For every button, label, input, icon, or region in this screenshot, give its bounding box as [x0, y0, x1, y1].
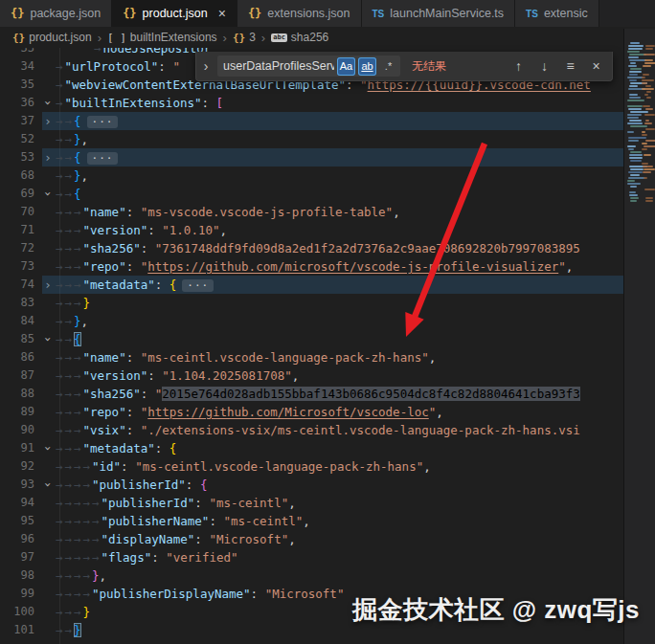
code-line-97[interactable]: 97→→→→→"flags": "verified" — [0, 548, 623, 566]
token: : — [141, 241, 155, 255]
fold-collapsed-icon[interactable]: › — [42, 148, 54, 167]
code-line-96[interactable]: 96→→→→→"displayName": "Microsoft", — [0, 530, 623, 548]
fold-collapsed-icon[interactable]: › — [42, 112, 54, 130]
tab-whitespace: → — [74, 366, 83, 385]
regex-button[interactable]: .* — [379, 57, 397, 76]
code-line-74[interactable]: 74›→→→"metadata": {··· — [0, 276, 623, 294]
minimap-line — [629, 79, 637, 81]
fold-expanded-icon[interactable]: › — [39, 479, 57, 491]
fold-collapsed-icon[interactable]: › — [42, 276, 54, 294]
minimap-line — [629, 71, 642, 73]
tab-extensions.json[interactable]: {}extensions.json — [237, 0, 362, 27]
line-number: 34 — [0, 57, 34, 76]
code-line-68[interactable]: 68→→}, — [0, 167, 623, 185]
line-number: 88 — [0, 385, 34, 403]
token: : — [141, 387, 155, 401]
code-line-72[interactable]: 72→→→"sha256": "7361748ddf9fd09d8a2ed1f2… — [0, 239, 623, 257]
fold-expanded-icon[interactable]: › — [39, 189, 57, 200]
code-line-83[interactable]: 83→→→} — [0, 294, 623, 312]
code-line-53[interactable]: 53›→→{··· — [0, 148, 623, 167]
tab-whitespace: → — [56, 294, 65, 312]
tab-whitespace: → — [65, 621, 75, 639]
code-line-52[interactable]: 52→→}, — [0, 130, 623, 148]
code-line-37[interactable]: 37›→→{··· — [0, 112, 623, 130]
find-input[interactable]: userDataProfilesServ Aa ab .* — [217, 56, 400, 77]
code-line-93[interactable]: 93›→→→→"publisherId": { — [0, 476, 623, 494]
find-query-text[interactable]: userDataProfilesServ — [223, 59, 334, 73]
code-text: →→→} — [56, 294, 90, 312]
line-number: 100 — [0, 603, 34, 621]
code-line-92[interactable]: 92→→→→"id": "ms-ceintl.vscode-language-p… — [0, 457, 623, 476]
minimap-line — [642, 82, 647, 84]
code-line-69[interactable]: 69›→→{ — [0, 185, 623, 203]
token: , — [100, 568, 107, 583]
code-line-84[interactable]: 84→→}, — [0, 312, 623, 330]
line-number: 92 — [0, 457, 34, 476]
next-match-button[interactable]: ↓ — [534, 56, 554, 77]
minimap-line — [644, 94, 648, 96]
minimap-line — [645, 48, 653, 50]
editor[interactable]: 33→nodeJsRepositor34→"urlProtocol": "35→… — [0, 48, 623, 644]
tab-whitespace: → — [74, 403, 83, 421]
code-line-90[interactable]: 90→→→"vsix": "./extensions-vsix/ms-ceint… — [0, 421, 623, 439]
token: : — [209, 514, 223, 528]
code-line-89[interactable]: 89→→→"repo": "https://github.com/Microso… — [0, 403, 623, 421]
line-number: 93 — [0, 476, 34, 494]
token: { — [169, 278, 177, 292]
tab-whitespace: → — [56, 621, 65, 639]
token: "id" — [92, 459, 121, 474]
tab-whitespace: → — [83, 457, 93, 476]
whole-word-button[interactable]: ab — [358, 57, 376, 76]
token: : — [155, 278, 169, 292]
token: "metadata" — [83, 278, 155, 292]
minimap-line — [630, 68, 642, 70]
code-line-95[interactable]: 95→→→→→"publisherName": "ms-ceintl", — [0, 512, 623, 530]
fold-expanded-icon[interactable]: › — [39, 98, 57, 109]
toggle-replace-icon[interactable]: › — [200, 58, 212, 74]
tab-whitespace: → — [56, 185, 65, 203]
tab-launchMainService.ts[interactable]: TSlaunchMainService.ts — [362, 0, 516, 27]
code-line-98[interactable]: 98→→→→}, — [0, 566, 623, 585]
code-line-73[interactable]: 73→→→"repo": "https://github.com/microso… — [0, 257, 623, 276]
code-text: →→→→"id": "ms-ceintl.vscode-language-pac… — [56, 457, 431, 476]
code-line-70[interactable]: 70→→→"name": "ms-vscode.vscode-js-profil… — [0, 203, 623, 221]
tab-whitespace: → — [74, 476, 83, 494]
breadcrumb-item-3[interactable]: {}3 — [233, 31, 256, 44]
code-line-36[interactable]: 36›→"builtInExtensions": [ — [0, 94, 623, 112]
find-in-selection-button[interactable]: ≡ — [560, 56, 580, 77]
tab-whitespace: → — [83, 548, 93, 566]
code-line-86[interactable]: 86→→→"name": "ms-ceintl.vscode-language-… — [0, 348, 623, 366]
minimap-line — [642, 77, 645, 78]
code-line-71[interactable]: 71→→→"version": "1.0.10", — [0, 221, 623, 239]
tab-extensic[interactable]: TSextensic — [515, 0, 599, 27]
code-line-94[interactable]: 94→→→→→"publisherId": "ms-ceintl", — [0, 494, 623, 512]
code-line-87[interactable]: 87→→→"version": "1.104.2025081708", — [0, 366, 623, 385]
match-case-button[interactable]: Aa — [337, 57, 355, 76]
breadcrumb-label: sha256 — [291, 31, 328, 44]
previous-match-button[interactable]: ↑ — [508, 56, 529, 77]
token: } — [74, 168, 81, 183]
token: { — [74, 332, 81, 346]
close-find-widget-button[interactable]: × — [586, 56, 606, 77]
json-file-icon: {} — [248, 7, 261, 20]
code-line-88[interactable]: 88→→→"sha256": "2015e764d028adb155bbaf14… — [0, 385, 623, 403]
line-number: 89 — [0, 403, 34, 421]
tab-package.json[interactable]: {}package.json — [0, 0, 112, 27]
tab-product.json[interactable]: {}product.json× — [112, 0, 237, 27]
fold-expanded-icon[interactable]: › — [39, 334, 57, 345]
code-line-85[interactable]: 85›→→{ — [0, 330, 623, 348]
breadcrumb-item-sha256[interactable]: abcsha256 — [271, 31, 328, 44]
breadcrumb-item-builtInExtensions[interactable]: [ ]builtInExtensions — [107, 31, 217, 44]
token: , — [393, 205, 400, 219]
minimap[interactable] — [623, 29, 655, 644]
minimap-line — [627, 180, 635, 182]
code-line-91[interactable]: 91›→→→"metadata": { — [0, 439, 623, 457]
token: } — [83, 605, 91, 619]
token: "verified" — [166, 550, 237, 565]
minimap-line — [630, 200, 637, 202]
breadcrumb-item-product.json[interactable]: {}product.json — [12, 31, 92, 44]
fold-expanded-icon[interactable]: › — [39, 443, 57, 455]
minimap-line — [645, 140, 655, 142]
close-tab-icon[interactable]: × — [218, 6, 226, 21]
code-text: →→→"sha256": "7361748ddf9fd09d8a2ed1f2a2… — [56, 239, 580, 257]
